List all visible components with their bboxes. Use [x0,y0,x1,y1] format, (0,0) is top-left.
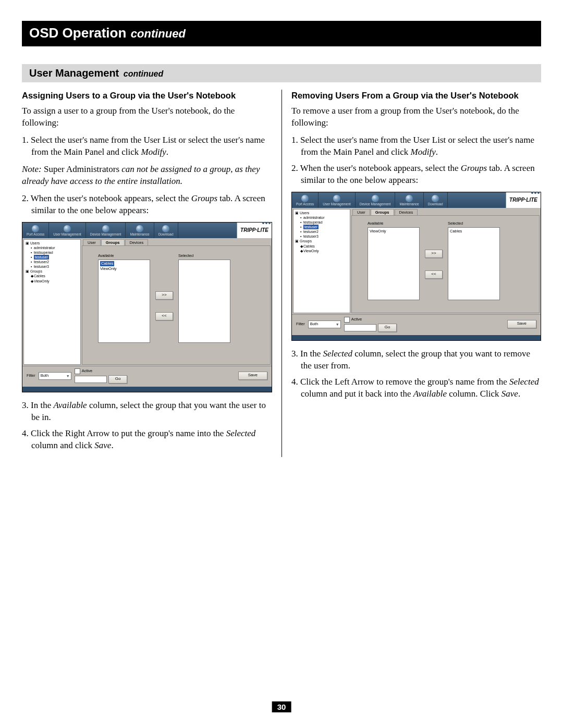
active-label: Active [351,317,362,322]
chevron-down-icon: ▼ [66,374,70,378]
tree-group-item[interactable]: ◆ViewOnly [26,279,79,283]
selected-column: Selected Cables [448,221,500,300]
orb-icon [162,225,169,232]
ss-status-bar [22,387,272,392]
right-intro: To remove a user from a group from the U… [291,105,541,129]
filter-label: Filter [27,373,35,378]
right-ordered-list: 1. Select the user's name from the User … [291,134,541,187]
left-ordered-list-2: 2. When the user's notebook appears, sel… [22,193,272,217]
nav-tab-port-access[interactable]: Port Access [22,223,49,238]
orb-icon [432,195,439,202]
right-ordered-list-2: 3. In the Selected column, select the gr… [291,348,541,400]
ss-body: ▣ Users ▪administrator ▪testsuperad ▪tes… [22,238,272,366]
nav-tab-maintenance[interactable]: Maintenance [126,223,154,238]
tree-user-item[interactable]: ▪testsuperad [26,250,79,255]
tree-group-item[interactable]: ◆Cables [26,274,79,278]
tree-users-root[interactable]: ▣ Users [295,211,348,215]
move-left-button[interactable]: << [425,270,443,279]
ss-top-nav: Port Access User Management Device Manag… [22,223,272,238]
tree-user-item-selected[interactable]: ▪testuser [26,255,79,260]
left-step-1: 1. Select the user's name from the User … [22,134,272,158]
orb-icon [406,195,413,202]
ss-status-bar [292,335,541,340]
active-checkbox[interactable] [75,368,80,374]
available-label: Available [98,253,150,258]
selected-listbox[interactable] [178,260,230,343]
sub-header: User Management continued [22,64,541,82]
save-button[interactable]: Save [238,372,267,380]
page-number: 30 [272,701,291,712]
list-item: ViewOnly [370,229,418,234]
right-step-2: 2. When the user's notebook appears, sel… [291,163,541,187]
available-column: Available ViewOnly [368,221,420,300]
filter-label: Filter [296,322,305,327]
move-right-button[interactable]: >> [425,250,443,258]
filter-select[interactable]: Both▼ [308,320,341,328]
two-column-layout: Assigning Users to a Group via the User'… [22,90,541,457]
tree-group-item[interactable]: ◆ViewOnly [295,249,348,253]
ss-filter-bar: Filter Both▼ Active Go S [292,314,541,335]
ss-filter-bar: Filter Both▼ Active Go S [22,366,272,387]
active-label: Active [82,368,92,374]
ss-panel: Available Cables ViewOnly >> << [82,245,271,365]
orb-icon [32,225,39,232]
tree-groups-root[interactable]: ▣ Groups [26,269,79,274]
selected-label: Selected [448,221,500,226]
available-column: Available Cables ViewOnly [98,253,150,343]
orb-icon [136,225,143,232]
sub-header-title: User Management [29,67,119,79]
filter-select[interactable]: Both▼ [39,372,71,380]
left-ordered-list: 1. Select the user's name from the User … [22,134,272,158]
available-listbox[interactable]: Cables ViewOnly [98,260,150,343]
ss-tree[interactable]: ▣ Users ▪administrator ▪testsuperad ▪tes… [23,239,81,365]
tree-user-item[interactable]: ▪testsuperad [295,220,348,225]
ss-tree[interactable]: ▣ Users ▪administrator ▪testsuperad ▪tes… [293,209,350,313]
right-column: Removing Users From a Group via the User… [282,90,541,457]
nav-tab-device-management[interactable]: Device Management [356,192,396,208]
tree-groups-root[interactable]: ▣ Groups [295,239,348,243]
nav-tab-port-access[interactable]: Port Access [292,192,319,208]
screenshot-assign: Port Access User Management Device Manag… [22,222,272,392]
go-button[interactable]: Go [378,324,397,332]
tree-users-root[interactable]: ▣ Users [26,241,79,245]
chevron-down-icon: ▼ [336,322,339,327]
list-item: Cables [450,229,498,234]
tree-user-item[interactable]: ▪administrator [26,245,79,250]
nav-tab-user-management[interactable]: User Management [49,223,85,238]
nav-tab-device-management[interactable]: Device Management [86,223,126,238]
selected-column: Selected [178,253,230,343]
nav-tab-download[interactable]: Download [424,192,448,208]
tree-user-item[interactable]: ▪administrator [295,215,348,220]
right-section-heading: Removing Users From a Group via the User… [291,90,541,101]
screenshot-remove: Port Access User Management Device Manag… [291,192,541,341]
orb-icon [301,195,309,202]
nav-tab-user-management[interactable]: User Management [319,192,355,208]
tree-user-item[interactable]: ▪testuser2 [295,229,348,234]
sub-header-continued: continued [124,69,163,78]
main-header-continued: continued [131,27,186,40]
selected-label: Selected [178,253,230,258]
nav-tab-download[interactable]: Download [154,223,178,238]
left-column: Assigning Users to a Group via the User'… [22,90,282,457]
filter-text-input[interactable] [344,324,376,331]
ss-main: User Groups Devices Available Cables Vie… [82,239,271,365]
go-button[interactable]: Go [108,375,128,384]
orb-icon [333,195,340,202]
right-step-4: 4. Click the Left Arrow to remove the gr… [291,376,541,400]
move-left-button[interactable]: << [155,312,173,320]
arrow-buttons: >> << [425,250,443,279]
tree-user-item[interactable]: ▪testuser2 [26,260,79,264]
filter-text-input[interactable] [75,376,107,383]
tree-group-item[interactable]: ◆Cables [295,244,348,249]
available-listbox[interactable]: ViewOnly [368,227,420,300]
nav-tab-maintenance[interactable]: Maintenance [395,192,423,208]
selected-listbox[interactable]: Cables [448,227,500,300]
tree-user-item-selected[interactable]: ▪testuser [295,225,348,229]
orb-icon [102,225,109,232]
left-step-4: 4. Click the Right Arrow to put the grou… [22,428,272,452]
tree-user-item[interactable]: ▪testuser3 [295,234,348,239]
active-checkbox[interactable] [344,317,350,323]
move-right-button[interactable]: >> [155,291,173,300]
save-button[interactable]: Save [507,320,536,328]
tree-user-item[interactable]: ▪testuser3 [26,264,79,269]
